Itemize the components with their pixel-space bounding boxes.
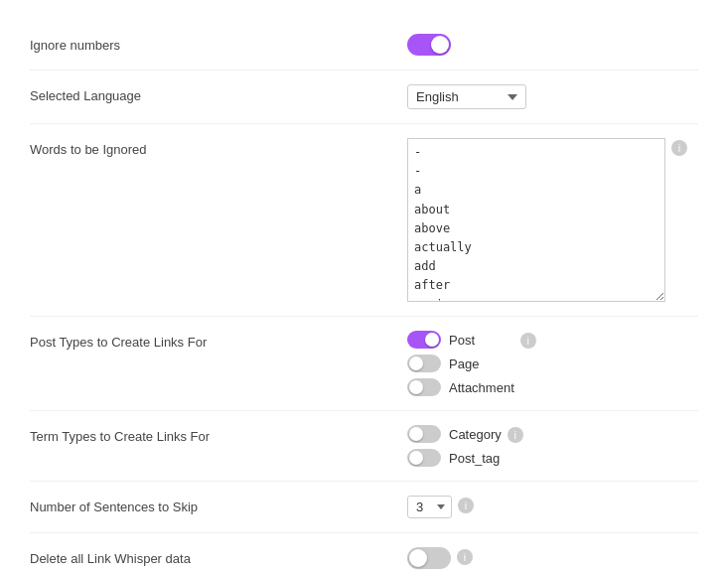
sentences-skip-label: Number of Sentences to Skip — [30, 496, 407, 514]
post-type-page-row: Page — [407, 355, 514, 372]
words-textarea[interactable]: - - a about above actually add after aga… — [407, 138, 665, 302]
sentences-skip-inner: 0 1 2 3 4 5 6 7 8 9 10 i — [407, 496, 474, 518]
post-type-post-row: Post — [407, 331, 514, 349]
sentences-skip-row: Number of Sentences to Skip 0 1 2 3 4 5 … — [30, 482, 698, 533]
term-type-category-toggle[interactable] — [407, 425, 441, 443]
toggle-thumb-ignore-numbers — [431, 36, 449, 54]
term-types-info-icon[interactable]: i — [508, 427, 523, 443]
ignore-numbers-label: Ignore numbers — [30, 34, 407, 53]
delete-data-info-icon[interactable]: i — [457, 549, 473, 565]
post-type-attachment-toggle[interactable] — [407, 378, 441, 396]
selected-language-control: English Spanish French German Italian — [407, 84, 526, 109]
term-types-control: Category Post_tag i — [407, 425, 523, 467]
delete-data-control: i — [407, 547, 473, 569]
post-type-attachment-label: Attachment — [449, 380, 514, 395]
term-types-label: Term Types to Create Links For — [30, 425, 407, 444]
sentences-skip-info-icon[interactable]: i — [458, 498, 474, 513]
term-type-category-thumb — [409, 427, 423, 441]
toggle-track-ignore-numbers — [407, 34, 451, 56]
post-type-attachment-row: Attachment — [407, 378, 514, 396]
selected-language-label: Selected Language — [30, 84, 407, 103]
term-type-posttag-toggle[interactable] — [407, 449, 441, 467]
words-ignored-control: - - a about above actually add after aga… — [407, 138, 687, 302]
words-ignored-inner: - - a about above actually add after aga… — [407, 138, 687, 302]
term-type-posttag-thumb — [409, 451, 423, 465]
post-type-page-label: Page — [449, 357, 479, 371]
delete-data-inner: i — [407, 547, 473, 569]
post-type-page-thumb — [409, 357, 423, 370]
sentences-skip-control: 0 1 2 3 4 5 6 7 8 9 10 i — [407, 496, 474, 518]
selected-language-row: Selected Language English Spanish French… — [30, 71, 698, 124]
post-types-inner: Post Page Attachment i — [407, 331, 536, 396]
words-ignored-info-icon[interactable]: i — [671, 140, 687, 156]
ignore-numbers-toggle[interactable] — [407, 34, 451, 56]
language-select[interactable]: English Spanish French German Italian — [407, 84, 526, 109]
term-type-category-label: Category — [449, 427, 502, 442]
post-type-page-toggle[interactable] — [407, 355, 441, 372]
post-type-attachment-thumb — [409, 380, 423, 394]
post-types-row: Post Types to Create Links For Post Page — [30, 317, 698, 411]
words-ignored-label: Words to be Ignored — [30, 138, 407, 157]
toggle-thumb-delete-data — [409, 549, 427, 567]
words-ignored-row: Words to be Ignored - - a about above ac… — [30, 124, 698, 317]
post-type-post-label: Post — [449, 333, 475, 348]
term-types-row: Term Types to Create Links For Category … — [30, 411, 698, 482]
post-types-info-icon[interactable]: i — [520, 333, 536, 349]
term-types-group: Category Post_tag — [407, 425, 502, 467]
delete-data-label: Delete all Link Whisper data — [30, 547, 407, 566]
post-types-label: Post Types to Create Links For — [30, 331, 407, 350]
delete-data-toggle[interactable] — [407, 547, 451, 569]
term-type-posttag-row: Post_tag — [407, 449, 502, 467]
delete-data-row: Delete all Link Whisper data i — [30, 533, 698, 572]
term-type-posttag-label: Post_tag — [449, 451, 500, 466]
post-type-post-toggle[interactable] — [407, 331, 441, 349]
sentences-skip-select[interactable]: 0 1 2 3 4 5 6 7 8 9 10 — [407, 496, 452, 518]
ignore-numbers-control — [407, 34, 451, 56]
post-types-control: Post Page Attachment i — [407, 331, 536, 396]
post-type-post-thumb — [425, 333, 439, 347]
toggle-track-delete-data — [407, 547, 451, 569]
term-type-category-row: Category — [407, 425, 502, 443]
ignore-numbers-row: Ignore numbers — [30, 20, 698, 71]
term-types-inner: Category Post_tag i — [407, 425, 523, 467]
post-types-group: Post Page Attachment — [407, 331, 514, 396]
